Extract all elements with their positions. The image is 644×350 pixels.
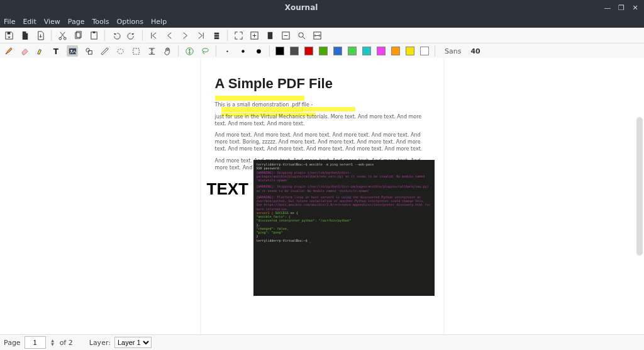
zoom-out-button[interactable] xyxy=(280,30,291,40)
svg-rect-7 xyxy=(214,32,219,34)
document-page[interactable]: A Simple PDF File This is a small demons… xyxy=(201,58,443,335)
terminal-line: [WARNING]: Skipping plugin (/usr/lib/pyt… xyxy=(257,184,431,193)
menu-view[interactable]: View xyxy=(44,18,60,26)
color-red[interactable] xyxy=(304,47,313,55)
separator xyxy=(216,45,216,57)
separator xyxy=(435,45,435,57)
eraser-tool-button[interactable] xyxy=(19,46,30,56)
separator xyxy=(104,30,105,41)
save-button[interactable] xyxy=(4,30,14,40)
page-width-button[interactable] xyxy=(312,30,322,40)
font-size-label[interactable]: 40 xyxy=(470,47,480,55)
pen-tool-button[interactable] xyxy=(4,46,14,56)
svg-rect-0 xyxy=(7,31,10,34)
new-button[interactable] xyxy=(19,30,30,40)
text-tool-button[interactable]: T xyxy=(51,46,61,56)
window-close-button[interactable]: ✕ xyxy=(630,3,640,13)
shapes-tool-button[interactable] xyxy=(84,46,94,56)
paste-button[interactable] xyxy=(89,30,99,40)
layer-select[interactable]: Layer 1 xyxy=(114,337,152,348)
default-tool-button[interactable] xyxy=(184,46,194,56)
font-name-label[interactable]: Sans xyxy=(445,47,461,55)
fullscreen-button[interactable] xyxy=(233,30,243,40)
window-maximize-button[interactable]: ❐ xyxy=(616,3,626,13)
zoom-button[interactable] xyxy=(296,30,306,40)
terminal-line: [WARNING]: Skipping plugin (/usr/lib/pyt… xyxy=(257,171,431,183)
color-black[interactable] xyxy=(275,47,284,55)
document-title: A Simple PDF File xyxy=(215,76,430,92)
svg-rect-11 xyxy=(267,31,272,38)
window-minimize-button[interactable]: — xyxy=(602,3,613,13)
document-paragraph: just for use in the Virtual Mechanics tu… xyxy=(215,114,430,128)
menu-tools[interactable]: Tools xyxy=(92,18,109,26)
separator xyxy=(51,30,52,41)
svg-point-25 xyxy=(242,50,245,53)
text-annotation[interactable]: TEXT xyxy=(207,179,248,199)
document-paragraph: This is a small demonstration .pdf file … xyxy=(215,102,430,109)
window-title: Xournal xyxy=(4,3,599,12)
svg-point-20 xyxy=(117,48,123,54)
menu-edit[interactable]: Edit xyxy=(23,18,36,26)
undo-button[interactable] xyxy=(111,30,121,40)
color-cyan[interactable] xyxy=(362,47,371,55)
color-olive[interactable] xyxy=(319,47,328,55)
svg-rect-21 xyxy=(133,48,138,54)
color-green[interactable] xyxy=(348,47,357,55)
copy-button[interactable] xyxy=(73,30,83,40)
prev-page-button[interactable] xyxy=(164,30,174,40)
color-white[interactable] xyxy=(420,47,429,55)
svg-point-24 xyxy=(226,50,228,52)
toolbar-tools: T Sans 40 xyxy=(0,43,644,59)
thickness-medium-button[interactable] xyxy=(238,46,248,56)
color-orange[interactable] xyxy=(391,47,400,55)
highlighter-tool-button[interactable] xyxy=(35,46,45,56)
vertical-space-button[interactable] xyxy=(147,46,157,56)
thickness-thick-button[interactable] xyxy=(253,46,264,56)
layer-label: Layer: xyxy=(89,339,111,347)
document-paragraph: And more text. And more text. And more t… xyxy=(215,132,430,152)
vertical-scrollbar[interactable] xyxy=(636,117,643,256)
svg-rect-8 xyxy=(214,35,219,37)
last-page-button[interactable] xyxy=(196,30,206,40)
svg-rect-6 xyxy=(92,31,95,33)
zoom-in-button[interactable] xyxy=(249,30,259,40)
menubar: File Edit View Page Tools Options Help xyxy=(0,15,644,28)
thickness-thin-button[interactable] xyxy=(222,46,232,56)
menu-help[interactable]: Help xyxy=(151,18,167,26)
page-number-input[interactable] xyxy=(25,336,46,349)
select-rect-button[interactable] xyxy=(131,46,141,56)
append-page-button[interactable] xyxy=(211,30,221,40)
separator xyxy=(142,30,143,41)
embedded-image[interactable]: terrylidderrp-VirtualBox:~$ ansible -m p… xyxy=(253,160,435,296)
select-region-button[interactable] xyxy=(115,46,125,56)
open-button[interactable] xyxy=(35,30,45,40)
page-label: Page xyxy=(4,339,21,347)
svg-text:T: T xyxy=(53,47,58,56)
zoom-fit-button[interactable] xyxy=(265,30,275,40)
ruler-tool-button[interactable] xyxy=(99,46,109,56)
hand-tool-button[interactable] xyxy=(162,46,172,56)
color-blue[interactable] xyxy=(333,47,342,55)
terminal-line: [WARNING]: Platform linux on host server… xyxy=(257,195,431,211)
menu-options[interactable]: Options xyxy=(117,18,143,26)
redo-button[interactable] xyxy=(126,30,136,40)
cut-button[interactable] xyxy=(57,30,67,40)
svg-point-18 xyxy=(86,48,89,52)
menu-page[interactable]: Page xyxy=(68,18,85,26)
page-spinner[interactable]: ▲▼ xyxy=(50,339,56,346)
next-page-button[interactable] xyxy=(180,30,190,40)
menu-file[interactable]: File xyxy=(4,18,15,26)
color-yellow[interactable] xyxy=(406,47,414,55)
image-tool-button[interactable] xyxy=(67,45,78,57)
titlebar: Xournal — ❐ ✕ xyxy=(0,0,644,15)
toolbar-main xyxy=(0,28,644,43)
color-magenta[interactable] xyxy=(377,47,386,55)
workspace[interactable]: A Simple PDF File This is a small demons… xyxy=(0,58,644,335)
separator xyxy=(269,45,270,57)
svg-rect-9 xyxy=(214,37,219,39)
separator xyxy=(178,45,179,57)
lasso-tool-button[interactable] xyxy=(200,46,210,56)
terminal-line: terrylidderrp-VirtualBox:~$ _ xyxy=(257,239,431,242)
first-page-button[interactable] xyxy=(148,30,158,40)
color-gray[interactable] xyxy=(290,47,299,55)
